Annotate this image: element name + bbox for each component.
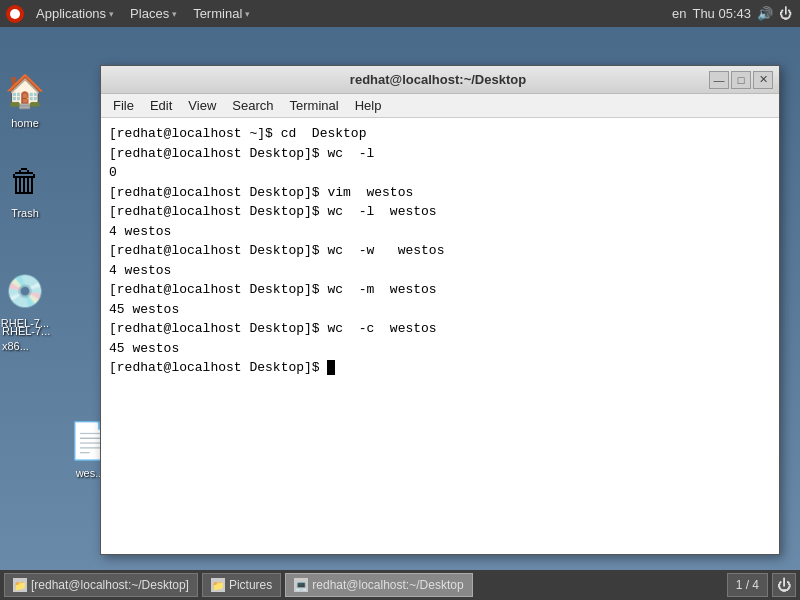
arch-label: x86...	[2, 340, 29, 352]
terminal-line-2: [redhat@localhost Desktop]$ wc -l	[109, 144, 771, 164]
minimize-button[interactable]: —	[709, 71, 729, 89]
taskbar-desktop-label: [redhat@localhost:~/Desktop]	[31, 578, 189, 592]
taskbar-item-desktop[interactable]: 📁 [redhat@localhost:~/Desktop]	[4, 573, 198, 597]
home-label: home	[11, 117, 39, 129]
redhat-icon	[6, 5, 24, 23]
desktop-icon-home[interactable]: 🏠 home	[0, 67, 60, 129]
language-indicator[interactable]: en	[672, 6, 686, 21]
menu-help[interactable]: Help	[347, 94, 390, 118]
menu-edit[interactable]: Edit	[142, 94, 180, 118]
terminal-menubar: File Edit View Search Terminal Help	[101, 94, 779, 118]
rhel-label: RHEL-7...	[2, 325, 50, 337]
taskbar-terminal-label: redhat@localhost:~/Desktop	[312, 578, 463, 592]
titlebar-buttons: — □ ✕	[709, 71, 773, 89]
taskbar-desktop-icon: 📁	[13, 578, 27, 592]
terminal-line-4: [redhat@localhost Desktop]$ vim westos	[109, 183, 771, 203]
menu-terminal[interactable]: Terminal	[282, 94, 347, 118]
terminal-window: redhat@localhost:~/Desktop — □ ✕ File Ed…	[100, 65, 780, 555]
desktop-icon-cd[interactable]: 💿 RHEL-7...	[0, 267, 60, 329]
desktop: 🏠 home 🗑 Trash 💿 RHEL-7... RHEL-7... x86…	[0, 27, 800, 570]
topbar-left: Applications ▾ Places ▾ Terminal ▾	[0, 0, 672, 27]
terminal-line-5: [redhat@localhost Desktop]$ wc -l westos	[109, 202, 771, 222]
places-arrow: ▾	[172, 9, 177, 19]
taskbar: 📁 [redhat@localhost:~/Desktop] 📁 Picture…	[0, 570, 800, 600]
topbar-right: en Thu 05:43 🔊 ⏻	[672, 6, 800, 21]
terminal-content[interactable]: [redhat@localhost ~]$ cd Desktop [redhat…	[101, 118, 779, 554]
taskbar-pictures-label: Pictures	[229, 578, 272, 592]
taskbar-power-button[interactable]: ⏻	[772, 573, 796, 597]
terminal-line-7: [redhat@localhost Desktop]$ wc -w westos	[109, 241, 771, 261]
power-icon[interactable]: ⏻	[779, 6, 792, 21]
terminal-line-8: 4 westos	[109, 261, 771, 281]
taskbar-pager[interactable]: 1 / 4	[727, 573, 768, 597]
terminal-line-10: 45 westos	[109, 300, 771, 320]
terminal-line-6: 4 westos	[109, 222, 771, 242]
applications-menu[interactable]: Applications ▾	[28, 0, 122, 27]
volume-icon[interactable]: 🔊	[757, 6, 773, 21]
maximize-button[interactable]: □	[731, 71, 751, 89]
taskbar-item-terminal[interactable]: 💻 redhat@localhost:~/Desktop	[285, 573, 472, 597]
close-button[interactable]: ✕	[753, 71, 773, 89]
home-icon: 🏠	[1, 67, 49, 115]
terminal-arrow: ▾	[245, 9, 250, 19]
taskbar-terminal-icon: 💻	[294, 578, 308, 592]
places-menu[interactable]: Places ▾	[122, 0, 185, 27]
desktop-icon-trash[interactable]: 🗑 Trash	[0, 157, 60, 219]
terminal-line-11: [redhat@localhost Desktop]$ wc -c westos	[109, 319, 771, 339]
cd-icon: 💿	[1, 267, 49, 315]
terminal-title: redhat@localhost:~/Desktop	[167, 72, 709, 87]
terminal-line-3: 0	[109, 163, 771, 183]
trash-icon: 🗑	[1, 157, 49, 205]
trash-label: Trash	[11, 207, 39, 219]
terminal-menu[interactable]: Terminal ▾	[185, 0, 258, 27]
menu-file[interactable]: File	[105, 94, 142, 118]
terminal-line-12: 45 westos	[109, 339, 771, 359]
menu-view[interactable]: View	[180, 94, 224, 118]
topbar: Applications ▾ Places ▾ Terminal ▾ en Th…	[0, 0, 800, 27]
clock: Thu 05:43	[692, 6, 751, 21]
taskbar-pictures-icon: 📁	[211, 578, 225, 592]
taskbar-item-pictures[interactable]: 📁 Pictures	[202, 573, 281, 597]
applications-arrow: ▾	[109, 9, 114, 19]
terminal-line-13: [redhat@localhost Desktop]$	[109, 358, 771, 378]
svg-point-0	[10, 9, 20, 19]
terminal-titlebar: redhat@localhost:~/Desktop — □ ✕	[101, 66, 779, 94]
menu-search[interactable]: Search	[224, 94, 281, 118]
terminal-line-1: [redhat@localhost ~]$ cd Desktop	[109, 124, 771, 144]
terminal-line-9: [redhat@localhost Desktop]$ wc -m westos	[109, 280, 771, 300]
